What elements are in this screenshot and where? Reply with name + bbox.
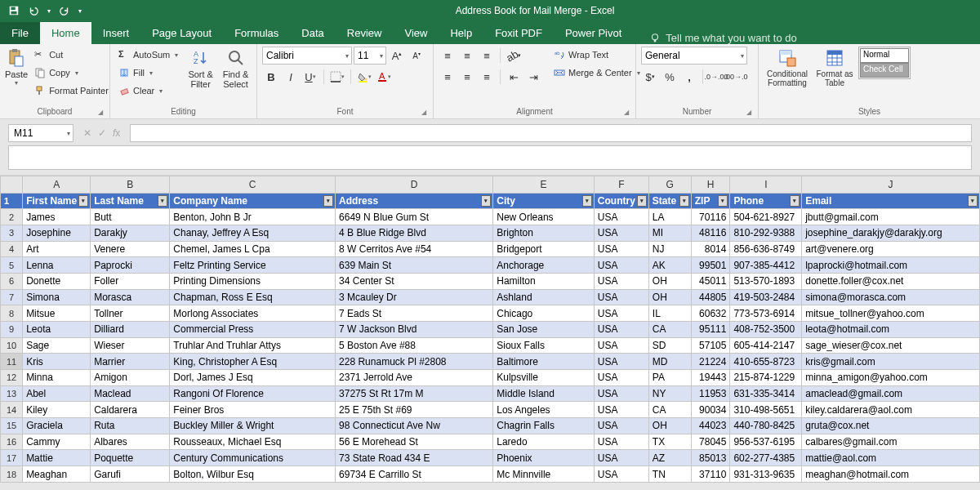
comma-button[interactable]: , bbox=[680, 68, 698, 86]
cell[interactable]: mattie@aol.com bbox=[802, 450, 980, 466]
table-header-cell[interactable]: Address▾ bbox=[336, 193, 493, 209]
cell[interactable]: Truhlar And Truhlar Attys bbox=[170, 337, 336, 354]
cell[interactable]: Sage bbox=[23, 337, 91, 354]
cell[interactable]: New Orleans bbox=[493, 209, 595, 225]
cell[interactable]: 440-780-8425 bbox=[730, 418, 802, 434]
tab-review[interactable]: Review bbox=[336, 22, 394, 44]
tab-power-pivot[interactable]: Power Pivot bbox=[554, 22, 633, 44]
tab-file[interactable]: File bbox=[0, 22, 40, 44]
cell[interactable]: 931-313-9635 bbox=[730, 466, 802, 483]
cell[interactable]: gruta@cox.net bbox=[802, 418, 980, 434]
cell[interactable]: meaghan@hotmail.com bbox=[802, 466, 980, 483]
align-center-button[interactable]: ≡ bbox=[458, 68, 476, 86]
fill-color-button[interactable]: ▾ bbox=[355, 68, 373, 86]
cell[interactable]: 44023 bbox=[691, 418, 730, 434]
redo-icon[interactable] bbox=[59, 5, 70, 16]
decrease-indent-button[interactable]: ⇤ bbox=[505, 68, 523, 86]
accounting-button[interactable]: $▾ bbox=[641, 68, 659, 86]
cell[interactable]: 408-752-3500 bbox=[730, 322, 802, 338]
table-header-cell[interactable]: Last Name▾ bbox=[91, 193, 170, 209]
cut-button[interactable]: ✂Cut bbox=[31, 47, 112, 63]
cell[interactable]: leota@hotmail.com bbox=[802, 322, 980, 338]
row-header-4[interactable]: 4 bbox=[1, 241, 23, 257]
cell[interactable]: 215-874-1229 bbox=[730, 370, 802, 386]
cell[interactable]: 3 Mcauley Dr bbox=[336, 289, 493, 305]
table-header-cell[interactable]: ZIP▾ bbox=[691, 193, 730, 209]
col-header-H[interactable]: H bbox=[691, 176, 730, 194]
cell[interactable]: Laredo bbox=[493, 434, 595, 450]
cell[interactable]: 56 E Morehead St bbox=[336, 434, 493, 450]
cell[interactable]: Chicago bbox=[493, 305, 595, 322]
col-header-B[interactable]: B bbox=[91, 176, 170, 194]
cell[interactable]: simona@morasca.com bbox=[802, 289, 980, 305]
format-as-table-button[interactable]: Format as Table bbox=[814, 47, 855, 87]
cell[interactable]: Anchorage bbox=[493, 257, 595, 274]
cell-styles-gallery[interactable]: Normal Check Cell bbox=[858, 47, 911, 79]
cell[interactable]: 25 E 75th St #69 bbox=[336, 402, 493, 418]
row-header-18[interactable]: 18 bbox=[1, 466, 23, 483]
align-bottom-button[interactable]: ≡ bbox=[478, 47, 496, 65]
tab-home[interactable]: Home bbox=[40, 22, 91, 44]
launcher-icon[interactable]: ◢ bbox=[746, 109, 751, 116]
row-header-8[interactable]: 8 bbox=[1, 305, 23, 322]
cell[interactable]: Morlong Associates bbox=[170, 305, 336, 322]
cell[interactable]: Chanay, Jeffrey A Esq bbox=[170, 225, 336, 242]
cell[interactable]: Los Angeles bbox=[493, 402, 595, 418]
cell[interactable]: Rousseaux, Michael Esq bbox=[170, 434, 336, 450]
italic-button[interactable]: I bbox=[282, 68, 300, 86]
launcher-icon[interactable]: ◢ bbox=[421, 109, 426, 116]
cell[interactable]: 7 W Jackson Blvd bbox=[336, 322, 493, 338]
cell[interactable]: minna_amigon@yahoo.com bbox=[802, 370, 980, 386]
table-header-cell[interactable]: Phone▾ bbox=[730, 193, 802, 209]
cell[interactable]: TN bbox=[648, 466, 691, 483]
tell-me[interactable]: Tell me what you want to do bbox=[649, 32, 796, 44]
row-header-9[interactable]: 9 bbox=[1, 322, 23, 338]
cell[interactable]: SD bbox=[648, 337, 691, 354]
cell[interactable]: 34 Center St bbox=[336, 274, 493, 290]
cell[interactable]: 6649 N Blue Gum St bbox=[336, 209, 493, 225]
cell[interactable]: 45011 bbox=[691, 274, 730, 290]
cell[interactable]: Bridgeport bbox=[493, 241, 595, 257]
filter-dropdown-icon[interactable]: ▾ bbox=[718, 195, 728, 207]
cell[interactable]: USA bbox=[594, 289, 648, 305]
cell[interactable]: Butt bbox=[91, 209, 170, 225]
cell[interactable]: 856-636-8749 bbox=[730, 241, 802, 257]
row-header-10[interactable]: 10 bbox=[1, 337, 23, 354]
cell[interactable]: Hamilton bbox=[493, 274, 595, 290]
tab-help[interactable]: Help bbox=[439, 22, 483, 44]
sort-filter-button[interactable]: AZ Sort & Filter bbox=[185, 47, 216, 89]
style-normal[interactable]: Normal bbox=[860, 48, 909, 63]
tab-foxit[interactable]: Foxit PDF bbox=[483, 22, 554, 44]
cell[interactable]: USA bbox=[594, 257, 648, 274]
cell[interactable]: Printing Dimensions bbox=[170, 274, 336, 290]
formula-input[interactable] bbox=[130, 124, 972, 142]
font-size-combo[interactable]: 11▾ bbox=[354, 47, 386, 65]
cell[interactable]: USA bbox=[594, 225, 648, 242]
cell[interactable]: Chemel, James L Cpa bbox=[170, 241, 336, 257]
cell[interactable]: Venere bbox=[91, 241, 170, 257]
cell[interactable]: Feiner Bros bbox=[170, 402, 336, 418]
align-right-button[interactable]: ≡ bbox=[478, 68, 496, 86]
cell[interactable]: 956-537-6195 bbox=[730, 434, 802, 450]
cell[interactable]: Minna bbox=[23, 370, 91, 386]
decrease-font-button[interactable]: A▾ bbox=[408, 47, 425, 65]
row-header-2[interactable]: 2 bbox=[1, 209, 23, 225]
filter-dropdown-icon[interactable]: ▾ bbox=[790, 195, 800, 207]
row-header-12[interactable]: 12 bbox=[1, 370, 23, 386]
cell[interactable]: USA bbox=[594, 209, 648, 225]
cell[interactable]: NJ bbox=[648, 241, 691, 257]
cell[interactable]: art@venere.org bbox=[802, 241, 980, 257]
cell[interactable]: Amigon bbox=[91, 370, 170, 386]
style-check-cell[interactable]: Check Cell bbox=[860, 63, 909, 78]
increase-font-button[interactable]: A▴ bbox=[388, 47, 406, 65]
col-header-C[interactable]: C bbox=[170, 176, 336, 194]
cell[interactable]: 4 B Blue Ridge Blvd bbox=[336, 225, 493, 242]
filter-dropdown-icon[interactable]: ▾ bbox=[158, 195, 167, 207]
cell[interactable]: 95111 bbox=[691, 322, 730, 338]
cell[interactable]: 60632 bbox=[691, 305, 730, 322]
filter-dropdown-icon[interactable]: ▾ bbox=[78, 195, 88, 207]
filter-dropdown-icon[interactable]: ▾ bbox=[323, 195, 333, 207]
borders-button[interactable]: ▾ bbox=[328, 68, 346, 86]
cell[interactable]: AZ bbox=[648, 450, 691, 466]
cell[interactable]: 773-573-6914 bbox=[730, 305, 802, 322]
